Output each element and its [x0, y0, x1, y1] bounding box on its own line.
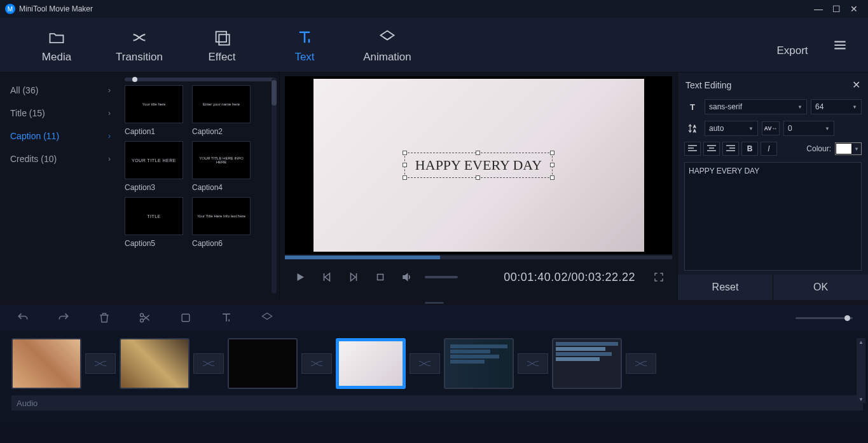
svg-point-5 — [141, 313, 144, 317]
category-title[interactable]: Title (15)› — [0, 102, 121, 125]
font-size-select[interactable]: 64▼ — [811, 99, 862, 114]
scroll-up-icon[interactable]: ▲ — [857, 338, 865, 346]
resize-handle-t[interactable] — [476, 151, 480, 155]
timeline-clip-3[interactable] — [228, 338, 298, 389]
thumbnail-label: Caption4 — [192, 183, 251, 192]
category-list: All (36)› Title (15)› Caption (11)› Cred… — [0, 72, 121, 300]
transition-slot[interactable] — [626, 353, 656, 374]
text-tool-button[interactable] — [219, 310, 234, 325]
crop-button[interactable] — [178, 310, 193, 325]
tab-effect[interactable]: Effect — [181, 27, 263, 64]
export-button[interactable]: Export — [764, 32, 821, 57]
tab-animation[interactable]: Animation — [346, 27, 429, 64]
thumbnail-grid: Your title hereCaption1 Enter your name … — [121, 72, 279, 300]
tab-transition[interactable]: Transition — [98, 27, 181, 64]
resize-handle-l[interactable] — [403, 163, 407, 167]
timeline-clip-4[interactable] — [336, 338, 406, 389]
ok-button[interactable]: OK — [773, 275, 868, 300]
timeline-vertical-scrollbar[interactable]: ▲ ▼ — [857, 338, 865, 403]
font-icon: T — [684, 99, 701, 115]
colour-picker[interactable]: ▼ — [835, 142, 862, 155]
delete-button[interactable] — [97, 310, 112, 325]
thumbnail-caption4[interactable]: YOUR TITLE HERE INFO HERE — [192, 141, 251, 179]
resize-handle-r[interactable] — [550, 163, 555, 167]
preview-viewport[interactable]: HAPPY EVERY DAY — [285, 76, 672, 254]
redo-button[interactable] — [56, 310, 71, 325]
chevron-right-icon: › — [108, 109, 111, 118]
tab-media[interactable]: Media — [15, 27, 98, 64]
transition-slot[interactable] — [85, 353, 116, 374]
panel-resize-grip[interactable] — [0, 300, 868, 305]
align-right-button[interactable] — [722, 142, 739, 156]
transition-icon — [130, 27, 148, 48]
tab-animation-label: Animation — [363, 51, 411, 64]
resize-handle-b[interactable] — [476, 175, 480, 180]
thumbnail-label: Caption5 — [125, 239, 183, 248]
line-height-select[interactable]: auto▼ — [705, 121, 758, 136]
bold-button[interactable]: B — [741, 142, 758, 156]
maximize-button[interactable]: ☐ — [827, 3, 845, 15]
undo-button[interactable] — [15, 310, 31, 325]
thumbnail-caption1[interactable]: Your title here — [125, 85, 183, 123]
thumbnail-label: Caption2 — [192, 127, 251, 136]
menu-button[interactable] — [827, 37, 853, 53]
volume-slider[interactable] — [425, 276, 458, 278]
reset-button[interactable]: Reset — [678, 275, 773, 300]
category-credits[interactable]: Credits (10)› — [0, 147, 121, 170]
text-bounding-box[interactable]: HAPPY EVERY DAY — [404, 153, 553, 178]
tab-media-label: Media — [42, 51, 71, 64]
thumbnail-caption6[interactable]: Your Title Here Info text here — [192, 197, 251, 235]
resize-handle-br[interactable] — [550, 175, 555, 180]
text-content-input[interactable]: HAPPY EVERY DAY — [684, 162, 862, 271]
timeline-clip-2[interactable] — [120, 338, 189, 389]
tracking-select[interactable]: 0▼ — [783, 121, 834, 136]
italic-button[interactable]: I — [761, 142, 777, 156]
scroll-down-icon[interactable]: ▼ — [857, 395, 865, 403]
preview-panel: HAPPY EVERY DAY 00:01:40.02/00:03 — [280, 72, 677, 300]
minimize-button[interactable]: — — [809, 3, 827, 15]
resize-handle-tl[interactable] — [403, 151, 407, 155]
thumbnail-caption2[interactable]: Enter your name here — [192, 85, 251, 123]
stop-button[interactable] — [371, 268, 389, 286]
volume-button[interactable] — [398, 268, 416, 286]
line-height-icon: AA — [684, 120, 701, 137]
tab-effect-label: Effect — [208, 51, 235, 64]
font-select[interactable]: sans-serif▼ — [705, 99, 807, 114]
align-center-button[interactable] — [703, 142, 720, 156]
timeline-clip-1[interactable] — [11, 338, 81, 389]
timeline-clip-6[interactable] — [552, 338, 622, 389]
colour-label: Colour: — [806, 144, 831, 153]
audio-track-label[interactable]: Audio — [11, 395, 863, 411]
tab-text[interactable]: Text — [263, 27, 346, 64]
svg-text:A: A — [694, 125, 696, 128]
split-button[interactable] — [137, 310, 153, 325]
transition-slot[interactable] — [410, 353, 440, 374]
timeline-clip-5[interactable] — [444, 338, 514, 389]
transition-slot[interactable] — [193, 353, 224, 374]
thumbnail-caption5[interactable]: TITLE — [125, 197, 183, 235]
effect-tool-button[interactable] — [259, 310, 275, 325]
transition-slot[interactable] — [518, 353, 548, 374]
category-all[interactable]: All (36)› — [0, 79, 121, 102]
fullscreen-button[interactable] — [652, 270, 666, 284]
panel-close-button[interactable]: ✕ — [852, 79, 860, 91]
effect-icon — [213, 27, 231, 48]
next-frame-button[interactable] — [345, 268, 362, 286]
category-caption[interactable]: Caption (11)› — [0, 125, 121, 147]
resize-handle-bl[interactable] — [403, 175, 407, 180]
resize-handle-tr[interactable] — [550, 151, 555, 155]
align-left-button[interactable] — [684, 142, 701, 156]
prev-frame-button[interactable] — [318, 268, 336, 286]
preview-text: HAPPY EVERY DAY — [415, 157, 542, 174]
close-button[interactable]: ✕ — [845, 3, 863, 15]
thumb-size-slider[interactable] — [125, 78, 275, 81]
chevron-right-icon: › — [108, 154, 111, 163]
preview-progress-bar[interactable] — [285, 256, 672, 259]
timeline-zoom-slider[interactable] — [796, 317, 853, 319]
transition-slot[interactable] — [301, 353, 332, 374]
play-button[interactable] — [291, 268, 309, 286]
category-all-label: All (36) — [10, 85, 38, 95]
thumbnail-caption3[interactable]: YOUR TITLE HERE — [125, 141, 183, 179]
thumbnail-scrollbar[interactable] — [272, 78, 277, 294]
video-track — [11, 338, 863, 389]
